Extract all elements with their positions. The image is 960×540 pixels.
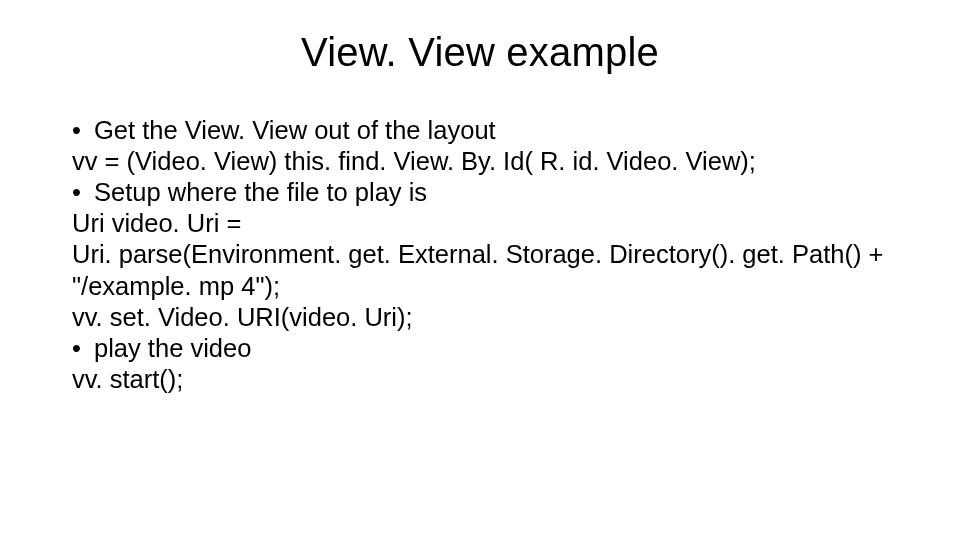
- code-line-1: vv = (Video. View) this. find. View. By.…: [72, 146, 888, 177]
- bullet-line-1: Get the View. View out of the layout: [72, 115, 888, 146]
- slide-title: View. View example: [72, 30, 888, 75]
- slide: View. View example Get the View. View ou…: [0, 0, 960, 540]
- bullet-line-3: play the video: [72, 333, 888, 364]
- slide-body: Get the View. View out of the layout vv …: [72, 115, 888, 395]
- code-line-2: Uri video. Uri =: [72, 208, 888, 239]
- code-line-3: Uri. parse(Environment. get. External. S…: [72, 239, 888, 301]
- code-line-4: vv. set. Video. URI(video. Uri);: [72, 302, 888, 333]
- code-line-5: vv. start();: [72, 364, 888, 395]
- bullet-line-2: Setup where the file to play is: [72, 177, 888, 208]
